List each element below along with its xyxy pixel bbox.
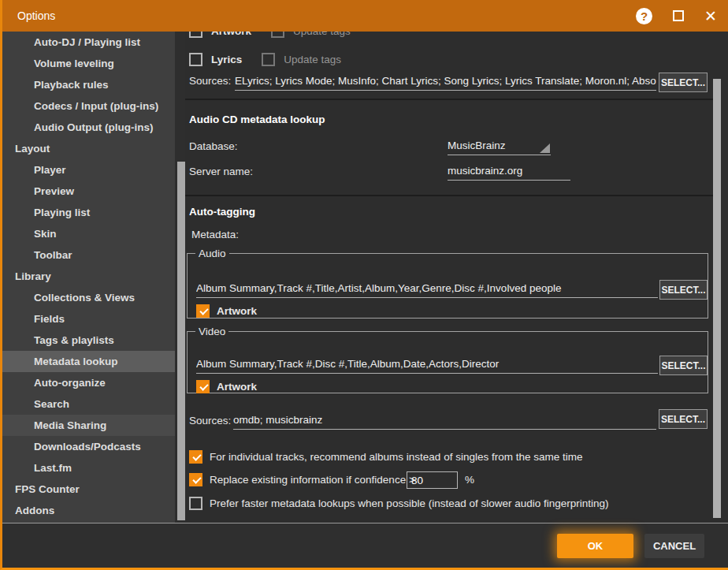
sidebar-item-label: Auto-DJ / Playing list [34,36,140,48]
artwork-label: Artwork [211,32,251,37]
tagging-sources-label: Sources: [189,415,231,427]
sidebar-item-label: Library [15,270,51,282]
recommend-albums-checkbox[interactable] [189,450,202,464]
sidebar-item[interactable]: Skin [2,223,175,244]
tagging-sources-field[interactable]: omdb; musicbrainz [233,412,656,430]
window-title: Options [17,0,55,32]
sidebar-item[interactable]: Search [2,393,175,415]
sidebar-item-label: Playback rules [34,79,109,91]
replace-confidence-checkbox[interactable] [189,473,202,486]
sidebar-item[interactable]: Codecs / Input (plug-ins) [2,95,175,117]
sidebar-item[interactable]: Layout [2,138,175,159]
sidebar-item[interactable]: Tags & playlists [2,330,175,351]
lyrics-sources-row: Sources: [189,75,231,87]
sidebar-item-label: Codecs / Input (plug-ins) [34,100,158,112]
sidebar-item[interactable]: Playback rules [2,74,175,95]
lyrics-checkbox[interactable] [189,53,202,66]
sidebar-item[interactable]: Player [2,159,175,181]
sidebar-item[interactable]: Volume leveling [2,53,175,74]
sidebar-item[interactable]: Media Sharing [2,415,175,436]
cancel-button[interactable]: CANCEL [644,534,704,558]
video-fields-select-button[interactable]: SELECT... [659,356,708,375]
sidebar-item-label: Playing list [34,207,90,218]
help-icon[interactable]: ? [636,8,652,24]
artwork-update-tags-checkbox[interactable] [271,32,284,38]
sidebar-scrollbar-thumb[interactable] [177,162,185,520]
artwork-row: Artwork Update tags [189,32,351,38]
sidebar-item-label: Collections & Views [34,292,135,304]
confidence-input[interactable] [407,471,458,489]
content-panel: Artwork Update tags Lyrics Update tags S… [185,32,713,523]
section-separator [185,195,713,196]
audio-fields-field[interactable]: Album Summary,Track #,Title,Artist,Album… [196,281,658,298]
replace-confidence-row: Replace existing information if confiden… [189,473,415,486]
lyrics-row: Lyrics Update tags [189,53,341,66]
sidebar-item-label: Auto-organize [34,377,106,389]
prefer-faster-label: Prefer faster metadata lookups when poss… [210,497,609,509]
server-name-field[interactable]: musicbrainz.org [448,163,570,181]
sidebar-item[interactable]: Downloads/Podcasts [2,436,175,457]
close-icon[interactable]: ✕ [704,9,717,24]
lyrics-sources-select-button[interactable]: SELECT... [659,73,708,92]
lyrics-update-tags-checkbox[interactable] [262,53,275,66]
sidebar-item-label: Layout [15,143,50,155]
content-scrollbar-thumb[interactable] [713,79,721,518]
video-group: Video Album Summary,Track #,Disc #,Title… [187,326,708,393]
sidebar-item[interactable]: Last.fm [2,457,175,479]
titlebar[interactable]: Options ? ✕ [2,0,728,32]
content-scrollbar[interactable] [713,32,721,523]
maximize-icon[interactable] [673,10,684,21]
dialog-body: Auto-DJ / Playing list Volume leveling P… [2,32,728,523]
sidebar-item[interactable]: FPS Counter [2,479,175,500]
recommend-albums-row: For individual tracks, recommend albums … [189,450,582,464]
lyrics-sources-field[interactable]: ELyrics; Lyrics Mode; MusInfo; Chart Lyr… [235,73,656,91]
video-artwork-row: Artwork [196,380,257,393]
sidebar-item-label: Tags & playlists [34,334,114,346]
section-separator [185,99,713,100]
artwork-update-tags-label: Update tags [293,32,351,37]
metadata-row: Metadata: [191,229,239,240]
sidebar-item[interactable]: Auto-organize [2,372,175,393]
options-window: Options ? ✕ Auto-DJ / Playing list Volum… [0,0,728,570]
sidebar-item-label: Skin [34,228,57,240]
sidebar-item[interactable]: Metadata lookup [2,351,175,372]
server-row: Server name: [189,166,253,177]
video-artwork-label: Artwork [217,381,257,393]
database-row: Database: [189,140,238,152]
sidebar: Auto-DJ / Playing list Volume leveling P… [2,32,175,523]
audio-group: Audio Album Summary,Track #,Title,Artist… [187,248,708,319]
tagging-sources-select-button[interactable]: SELECT... [659,409,708,429]
sidebar-item-label: Toolbar [34,249,72,261]
sidebar-item[interactable]: Addons [2,500,175,521]
sidebar-item[interactable]: Collections & Views [2,287,175,308]
sidebar-item[interactable]: Fields [2,308,175,330]
titlebar-icons: ? ✕ [636,0,717,32]
sidebar-item[interactable]: Preview [2,181,175,202]
lyrics-update-tags-label: Update tags [284,54,341,65]
sidebar-item[interactable]: Toolbar [2,244,175,266]
sidebar-scrollbar[interactable] [175,32,185,523]
sidebar-item-label: Fields [34,313,65,325]
dropdown-arrow-icon [540,143,550,153]
audio-fields-select-button[interactable]: SELECT... [659,280,708,300]
sidebar-item[interactable]: Audio Output (plug-ins) [2,117,175,138]
lyrics-label: Lyrics [211,54,242,65]
audio-artwork-checkbox[interactable] [196,304,210,318]
server-name-label: Server name: [189,166,253,177]
audio-group-legend: Audio [195,248,229,259]
auto-tagging-heading: Auto-tagging [189,206,255,218]
sidebar-item[interactable]: Library [2,266,175,287]
database-dropdown[interactable]: MusicBrainz [448,138,551,155]
confidence-percent-label: % [465,474,474,486]
audio-artwork-label: Artwork [217,305,257,317]
sidebar-item-label: Metadata lookup [34,356,118,367]
artwork-checkbox[interactable] [189,32,202,38]
video-fields-field[interactable]: Album Summary,Track #,Disc #,Title,Album… [196,356,658,374]
sidebar-item-label: Media Sharing [34,419,106,431]
sidebar-item[interactable]: Playing list [2,202,175,223]
sidebar-item-label: Search [34,398,69,410]
sidebar-item[interactable]: Auto-DJ / Playing list [2,32,175,53]
ok-button[interactable]: OK [557,534,633,558]
prefer-faster-checkbox[interactable] [189,497,202,510]
video-artwork-checkbox[interactable] [196,380,210,393]
